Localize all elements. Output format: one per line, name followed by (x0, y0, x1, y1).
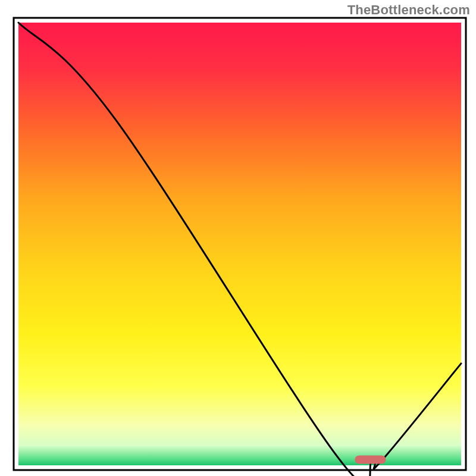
chart-svg (0, 0, 476, 476)
optimal-marker (355, 456, 386, 464)
watermark-text: TheBottleneck.com (347, 2, 470, 18)
gradient-background (18, 23, 461, 465)
plot-area (14, 18, 466, 476)
bottleneck-chart: TheBottleneck.com (0, 0, 476, 476)
